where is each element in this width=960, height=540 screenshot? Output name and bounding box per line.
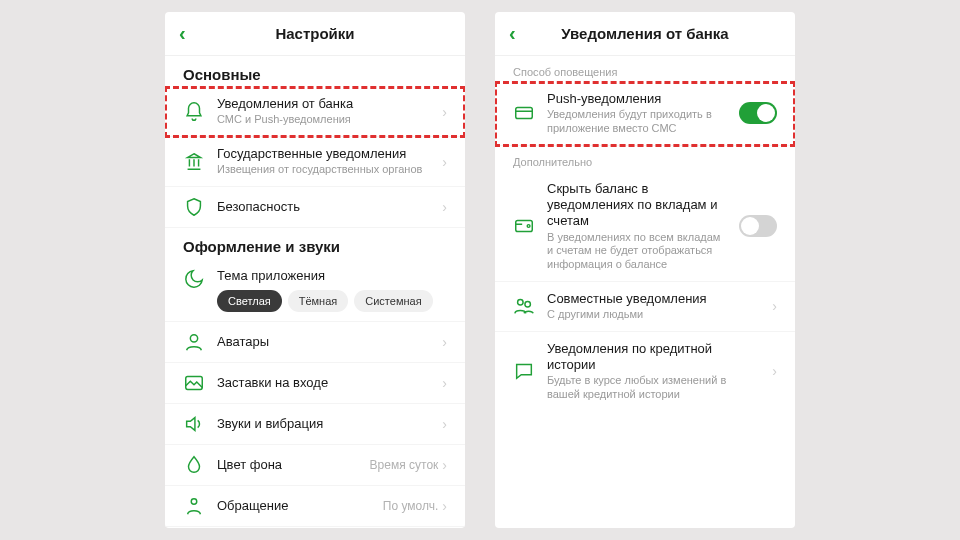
chevron-right-icon: ›	[772, 298, 777, 314]
svg-point-6	[527, 225, 530, 228]
toggle-push[interactable]	[739, 102, 777, 124]
row-sub: Извещения от государственных органов	[217, 163, 430, 177]
topbar: ‹ Настройки	[165, 12, 465, 56]
svg-point-7	[518, 300, 524, 306]
theme-pill-system[interactable]: Системная	[354, 290, 432, 312]
chevron-right-icon: ›	[442, 498, 447, 514]
droplet-icon	[183, 454, 205, 476]
row-label: Аватары	[217, 334, 430, 350]
row-security[interactable]: Безопасность ›	[165, 187, 465, 228]
card-icon	[513, 102, 535, 124]
row-bank-notifications[interactable]: Уведомления от банка СМС и Push-уведомле…	[165, 87, 465, 137]
row-trail: По умолч.	[383, 499, 438, 513]
section-header-appearance: Оформление и звуки	[165, 228, 465, 259]
row-sub: Уведомления будут приходить в приложение…	[547, 108, 727, 136]
row-sub: В уведомлениях по всем вкладам и счетам …	[547, 231, 727, 272]
row-label: Обращение	[217, 498, 371, 514]
content: Способ оповещения Push-уведомления Уведо…	[495, 56, 795, 528]
chevron-right-icon: ›	[442, 375, 447, 391]
row-sub: Будьте в курсе любых изменений в вашей к…	[547, 374, 760, 402]
chevron-right-icon: ›	[442, 104, 447, 120]
row-label: Заставки на входе	[217, 375, 430, 391]
page-title: Настройки	[275, 25, 354, 42]
svg-point-2	[191, 499, 197, 505]
row-label: Цвет фона	[217, 457, 358, 473]
shield-icon	[183, 196, 205, 218]
chevron-right-icon: ›	[442, 199, 447, 215]
row-shared-notifications[interactable]: Совместные уведомления С другими людьми …	[495, 282, 795, 332]
row-theme[interactable]: Тема приложения Светлая Тёмная Системная	[165, 259, 465, 322]
back-button[interactable]: ‹	[509, 22, 516, 45]
row-hide-balance[interactable]: Скрыть баланс в уведомлениях по вкладам …	[495, 172, 795, 282]
back-button[interactable]: ‹	[179, 22, 186, 45]
row-avatars[interactable]: Аватары ›	[165, 322, 465, 363]
row-label: Государственные уведомления	[217, 146, 430, 162]
group-header-additional: Дополнительно	[495, 146, 795, 172]
row-label: Тема приложения	[217, 268, 447, 284]
moon-icon	[183, 268, 205, 290]
bell-icon	[183, 101, 205, 123]
wallet-icon	[513, 215, 535, 237]
avatar-icon	[183, 331, 205, 353]
row-address[interactable]: Обращение По умолч.›	[165, 486, 465, 527]
image-icon	[183, 372, 205, 394]
row-label: Безопасность	[217, 199, 430, 215]
row-push[interactable]: Push-уведомления Уведомления будут прихо…	[495, 82, 795, 146]
chevron-right-icon: ›	[442, 154, 447, 170]
row-label: Скрыть баланс в уведомлениях по вкладам …	[547, 181, 727, 230]
chevron-right-icon: ›	[772, 363, 777, 379]
message-icon	[513, 360, 535, 382]
section-header-main: Основные	[165, 56, 465, 87]
row-sub: С другими людьми	[547, 308, 760, 322]
row-bg-color[interactable]: Цвет фона Время суток›	[165, 445, 465, 486]
row-label: Совместные уведомления	[547, 291, 760, 307]
notifications-screen: ‹ Уведомления от банка Способ оповещения…	[495, 12, 795, 528]
government-icon	[183, 151, 205, 173]
svg-rect-4	[516, 108, 533, 119]
row-splash[interactable]: Заставки на входе ›	[165, 363, 465, 404]
users-icon	[513, 295, 535, 317]
row-sounds[interactable]: Звуки и вибрация ›	[165, 404, 465, 445]
chevron-right-icon: ›	[442, 416, 447, 432]
theme-pill-dark[interactable]: Тёмная	[288, 290, 349, 312]
row-sub: СМС и Push-уведомления	[217, 113, 430, 127]
group-header-method: Способ оповещения	[495, 56, 795, 82]
svg-point-0	[190, 335, 197, 342]
content: Основные Уведомления от банка СМС и Push…	[165, 56, 465, 528]
chevron-right-icon: ›	[442, 334, 447, 350]
row-gov-notifications[interactable]: Государственные уведомления Извещения от…	[165, 137, 465, 187]
section-header-home: Главный экран	[165, 527, 465, 528]
settings-screen: ‹ Настройки Основные Уведомления от банк…	[165, 12, 465, 528]
row-label: Уведомления по кредитной истории	[547, 341, 760, 374]
row-credit-history[interactable]: Уведомления по кредитной истории Будьте …	[495, 332, 795, 411]
chevron-right-icon: ›	[442, 457, 447, 473]
sound-icon	[183, 413, 205, 435]
person-icon	[183, 495, 205, 517]
theme-pill-light[interactable]: Светлая	[217, 290, 282, 312]
page-title: Уведомления от банка	[561, 25, 728, 42]
row-label: Звуки и вибрация	[217, 416, 430, 432]
row-label: Push-уведомления	[547, 91, 727, 107]
row-trail: Время суток	[370, 458, 439, 472]
toggle-hide-balance[interactable]	[739, 215, 777, 237]
row-label: Уведомления от банка	[217, 96, 430, 112]
topbar: ‹ Уведомления от банка	[495, 12, 795, 56]
svg-point-8	[525, 302, 531, 308]
